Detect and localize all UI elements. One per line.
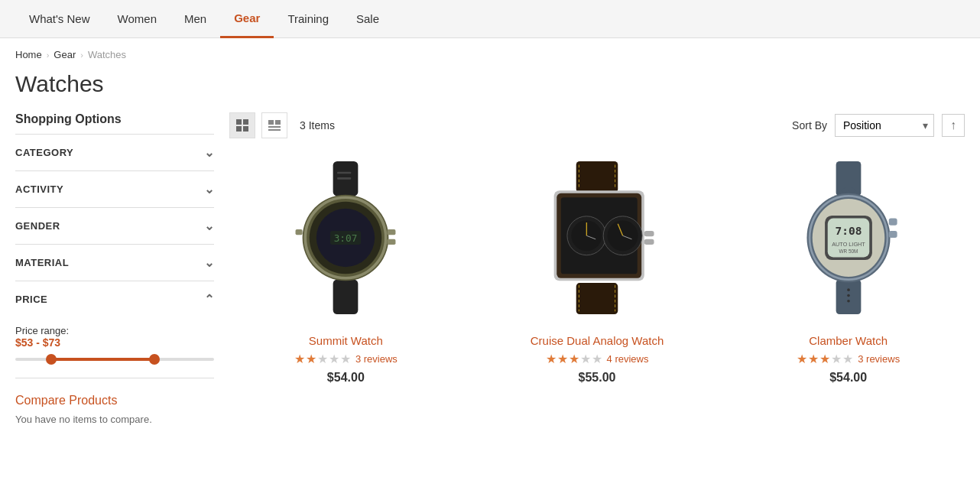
star-3: ★ [819,352,830,366]
svg-rect-4 [268,120,274,125]
svg-point-47 [847,288,850,291]
sort-select[interactable]: Position Name Price [835,114,934,137]
nav-item-men[interactable]: Men [170,0,220,38]
svg-rect-0 [236,119,242,125]
filter-gender-label: GENDER [15,220,60,232]
nav-item-sale[interactable]: Sale [342,0,393,38]
items-count: 3 Items [300,119,335,131]
filter-category-chevron: ⌄ [204,145,215,160]
sort-wrapper: Position Name Price [835,114,934,137]
stars-row-clamber-watch: ★ ★ ★ ★ ★ 3 reviews [797,352,900,366]
svg-rect-18 [388,229,396,235]
svg-rect-44 [644,239,654,245]
page-title: Watches [0,65,980,112]
svg-rect-5 [275,120,281,125]
svg-text:7:08: 7:08 [835,225,862,237]
sort-asc-icon: ↑ [950,119,956,132]
price-slider-fill [51,358,154,361]
star-2: ★ [557,352,568,366]
compare-title: Compare Products [15,394,214,407]
product-name-cruise-watch[interactable]: Cruise Dual Analog Watch [531,334,664,347]
svg-rect-46 [836,280,861,314]
svg-rect-20 [296,229,303,235]
svg-text:WR 50M: WR 50M [839,248,858,254]
nav-item-whats-new[interactable]: What's New [15,0,104,38]
reviews-link-clamber-watch[interactable]: 3 reviews [858,353,900,365]
filter-gender-header[interactable]: GENDER ⌄ [15,208,214,244]
sort-direction-button[interactable]: ↑ [942,114,965,137]
grid-view-button[interactable] [229,112,255,138]
price-slider-track [15,358,214,361]
product-card-cruise-watch: Cruise Dual Analog Watch ★ ★ ★ ★ ★ 4 rev… [481,154,714,385]
main-layout: Shopping Options CATEGORY ⌄ ACTIVITY ⌄ G… [0,112,980,440]
filter-category-header[interactable]: CATEGORY ⌄ [15,135,214,170]
filter-price-chevron: ⌃ [204,292,215,307]
product-price-clamber-watch: $54.00 [829,371,867,385]
clamber-watch-image: 7:08 AUTO LIGHT WR 50M [780,161,917,314]
sort-by-label: Sort By [792,119,827,131]
star-4: ★ [329,352,339,366]
filter-price-header[interactable]: PRICE ⌃ [15,281,214,317]
star-4: ★ [831,352,842,366]
product-name-clamber-watch[interactable]: Clamber Watch [809,334,888,347]
svg-rect-11 [337,177,351,180]
filter-category: CATEGORY ⌄ [15,135,214,171]
filter-material-label: MATERIAL [15,257,69,268]
svg-text:AUTO LIGHT: AUTO LIGHT [832,241,865,248]
star-1: ★ [294,352,305,366]
filter-material-header[interactable]: MATERIAL ⌄ [15,245,214,281]
price-slider-handle-left[interactable] [46,354,57,365]
price-slider-handle-right[interactable] [149,354,160,365]
svg-rect-59 [888,231,897,238]
svg-rect-9 [333,280,359,314]
nav-item-training[interactable]: Training [274,0,342,38]
svg-rect-43 [644,231,654,236]
cruise-watch-image [528,161,666,314]
price-section: Price range: $53 - $73 [15,317,214,378]
compare-section: Compare Products You have no items to co… [15,378,214,440]
svg-rect-2 [236,126,242,131]
filter-price: PRICE ⌃ Price range: $53 - $73 [15,281,214,378]
breadcrumb-sep-2: › [80,50,83,60]
nav-item-gear[interactable]: Gear [220,0,274,38]
svg-rect-6 [268,126,281,128]
products-grid: 3:07 Summit Watch ★ ★ ★ ★ ★ [229,154,965,385]
price-range-value: $53 - $73 [15,336,60,349]
svg-rect-21 [576,161,618,193]
product-image-summit-watch[interactable]: 3:07 [261,154,430,322]
product-card-summit-watch: 3:07 Summit Watch ★ ★ ★ ★ ★ [229,154,462,385]
breadcrumb-home[interactable]: Home [15,49,42,60]
reviews-link-cruise-watch[interactable]: 4 reviews [607,353,649,365]
grid-view-icon [235,119,249,132]
breadcrumb-gear[interactable]: Gear [54,49,76,60]
filter-activity-chevron: ⌄ [204,182,215,196]
star-1: ★ [797,352,807,366]
list-view-button[interactable] [261,112,287,138]
star-2: ★ [306,352,316,366]
filter-gender-chevron: ⌄ [204,219,215,233]
star-5: ★ [592,352,602,366]
filter-activity: ACTIVITY ⌄ [15,171,214,208]
top-navigation: What's New Women Men Gear Training Sale [0,0,980,38]
toolbar: 3 Items Sort By Position Name Price ↑ [229,112,965,138]
toolbar-right: Sort By Position Name Price ↑ [792,114,965,137]
svg-rect-58 [888,219,897,226]
star-2: ★ [808,352,819,366]
svg-text:3:07: 3:07 [334,232,358,244]
filter-material-chevron: ⌄ [204,255,215,270]
product-image-cruise-watch[interactable] [513,154,681,322]
nav-item-women[interactable]: Women [104,0,170,38]
star-5: ★ [842,352,853,366]
svg-point-48 [847,294,850,297]
product-image-clamber-watch[interactable]: 7:08 AUTO LIGHT WR 50M [764,154,933,322]
stars-row-cruise-watch: ★ ★ ★ ★ ★ 4 reviews [546,352,649,366]
star-3: ★ [317,352,328,366]
filter-activity-header[interactable]: ACTIVITY ⌄ [15,171,214,207]
compare-text: You have no items to compare. [15,414,214,425]
sidebar: Shopping Options CATEGORY ⌄ ACTIVITY ⌄ G… [15,112,214,440]
breadcrumb-sep-1: › [47,50,50,60]
reviews-link-summit-watch[interactable]: 3 reviews [355,353,398,365]
stars-summit-watch: ★ ★ ★ ★ ★ [294,352,351,366]
product-name-summit-watch[interactable]: Summit Watch [309,334,383,347]
toolbar-left: 3 Items [229,112,335,138]
